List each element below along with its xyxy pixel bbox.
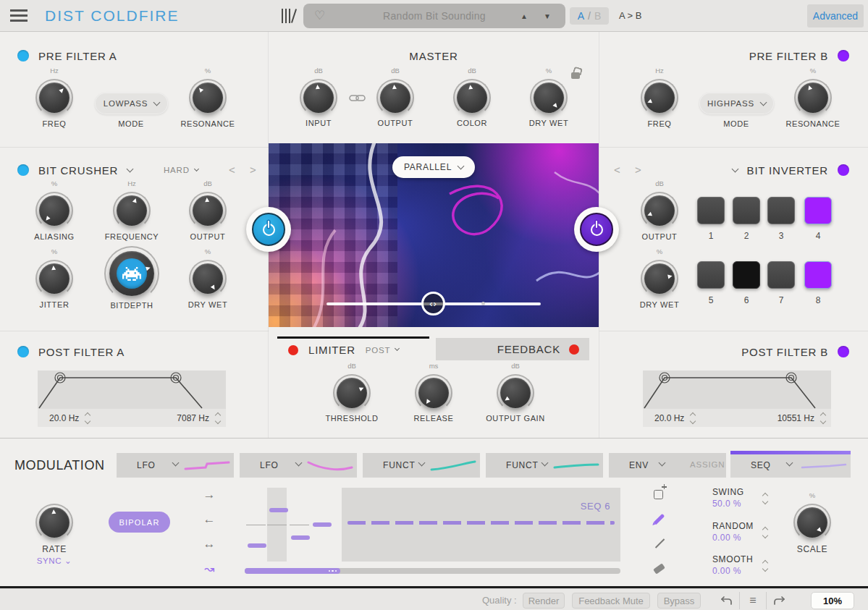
feedback-mute-button[interactable]: Feedback Mute — [572, 593, 650, 609]
seq-length-bar[interactable] — [245, 568, 620, 574]
feedback-tab[interactable]: FEEDBACK — [436, 338, 589, 360]
high-freq-stepper[interactable] — [821, 413, 825, 423]
play-pingpong-arrow-icon[interactable]: ↔ — [200, 537, 219, 551]
post-filter-a-graph[interactable] — [38, 370, 226, 409]
bit-inverter-select-icon[interactable] — [731, 165, 738, 172]
ab-a-label[interactable]: A — [578, 10, 584, 22]
bit-pad-1[interactable] — [697, 197, 725, 224]
tab-seq[interactable]: SEQ — [730, 453, 851, 478]
bit-pad-5[interactable] — [697, 261, 725, 289]
history-menu-icon[interactable]: ≡ — [739, 592, 766, 609]
pre-filter-b-enable-light[interactable] — [838, 50, 849, 62]
preset-prev-icon[interactable]: ▲ — [521, 12, 528, 20]
random-stepper[interactable] — [763, 528, 767, 538]
seq-step-bar[interactable] — [248, 543, 266, 548]
limiter-tab[interactable]: LIMITER POST — [288, 344, 399, 356]
rate-sync-dropdown[interactable]: SYNC ⌄ — [14, 556, 94, 566]
limiter-enable-light[interactable] — [288, 345, 298, 355]
bit-inverter-prev-next-buttons[interactable]: < > — [614, 164, 647, 176]
high-freq-stepper[interactable] — [216, 413, 220, 423]
zoom-level-button[interactable]: 10% — [811, 592, 854, 609]
inverter-output-knob[interactable] — [641, 192, 678, 229]
low-freq-stepper[interactable] — [691, 413, 695, 423]
tab-funct1[interactable]: FUNCT — [363, 453, 480, 478]
seq-pattern-panel[interactable]: SEQ 6 — [342, 488, 620, 562]
tab-lfo1[interactable]: LFO — [117, 453, 234, 478]
tab-env[interactable]: ENV ASSIGN — [609, 453, 726, 478]
output-gain-knob[interactable] — [497, 374, 534, 412]
seq-step-bar[interactable] — [313, 522, 332, 527]
play-backward-arrow-icon[interactable]: ← — [200, 512, 219, 527]
seq-eraser-tool[interactable] — [652, 560, 668, 576]
env-assign-label[interactable]: ASSIGN — [690, 460, 725, 469]
play-forward-arrow-icon[interactable]: → — [200, 488, 219, 502]
post-filter-b-enable-light[interactable] — [838, 346, 849, 357]
undo-icon[interactable] — [712, 592, 739, 609]
master-color-knob[interactable] — [453, 79, 491, 117]
seq-step-editor[interactable] — [245, 488, 337, 562]
swing-value[interactable]: 50.0 % — [712, 499, 741, 509]
pre-filter-a-mode-dropdown[interactable]: LOWPASS — [95, 93, 168, 114]
bit-crusher-prev-next-buttons[interactable]: < > — [229, 164, 262, 176]
bit-pad-2[interactable] — [733, 197, 760, 224]
bit-pad-3[interactable] — [767, 197, 795, 224]
ab-mix-slider-handle[interactable]: ‹› — [421, 292, 445, 315]
seq-step-bar[interactable] — [291, 535, 310, 540]
crusher-frequency-knob[interactable] — [113, 192, 151, 229]
feedback-enable-light[interactable] — [569, 344, 579, 355]
seq-line-tool[interactable] — [652, 535, 668, 551]
pre-filter-b-mode-dropdown[interactable]: HIGHPASS — [699, 93, 774, 114]
smooth-stepper[interactable] — [763, 561, 767, 571]
master-input-knob[interactable] — [300, 79, 337, 117]
swing-stepper[interactable] — [763, 493, 767, 504]
mod-rate-knob[interactable] — [35, 504, 73, 541]
pre-filter-a-resonance-knob[interactable] — [189, 79, 227, 117]
inverter-drywet-knob[interactable] — [641, 260, 678, 297]
bypass-button[interactable]: Bypass — [657, 593, 701, 609]
ab-toggle[interactable]: A / B — [570, 7, 609, 25]
master-output-knob[interactable] — [376, 79, 414, 117]
play-random-arrow-icon[interactable]: ↝ — [200, 562, 219, 577]
smooth-value[interactable]: 0.00 % — [712, 566, 741, 576]
mod-scale-knob[interactable] — [793, 504, 831, 541]
bit-pad-8[interactable] — [804, 261, 832, 289]
preset-library-icon[interactable] — [280, 8, 299, 24]
post-filter-b-graph[interactable] — [643, 370, 831, 409]
post-filter-a-low-value[interactable]: 20.0 Hz — [49, 413, 79, 423]
aliasing-knob[interactable] — [35, 192, 73, 229]
render-button[interactable]: Render — [523, 593, 565, 609]
bit-crusher-enable-light[interactable] — [17, 164, 29, 176]
master-drywet-knob[interactable] — [530, 79, 568, 117]
bit-pad-6[interactable] — [733, 261, 760, 289]
bit-pad-4[interactable] — [804, 197, 832, 224]
tab-funct2[interactable]: FUNCT — [486, 453, 603, 478]
seq-length-fill[interactable] — [245, 568, 340, 574]
preset-next-icon[interactable]: ▼ — [544, 12, 551, 20]
seq-pencil-tool[interactable] — [652, 511, 668, 527]
bit-pad-7[interactable] — [767, 261, 795, 289]
redo-icon[interactable] — [766, 592, 793, 609]
ab-b-label[interactable]: B — [594, 10, 601, 22]
crusher-drywet-knob[interactable] — [189, 260, 227, 297]
post-filter-b-low-value[interactable]: 20.0 Hz — [654, 413, 684, 423]
pre-filter-b-resonance-knob[interactable] — [794, 79, 832, 117]
jitter-knob[interactable] — [35, 260, 73, 297]
seq-step-bar[interactable] — [269, 508, 288, 512]
preset-browser[interactable]: ♡ Random Bit Sounding ▲ ▼ — [303, 4, 565, 28]
random-value[interactable]: 0.00 % — [712, 533, 741, 543]
post-filter-b-high-value[interactable]: 10551 Hz — [778, 413, 814, 423]
post-filter-a-high-value[interactable]: 7087 Hz — [177, 413, 209, 423]
tab-lfo2[interactable]: LFO — [240, 453, 357, 478]
pre-filter-a-enable-light[interactable] — [17, 50, 29, 62]
main-menu-icon[interactable] — [10, 9, 28, 22]
favorite-heart-icon[interactable]: ♡ — [314, 8, 325, 23]
bipolar-toggle[interactable]: BIPOLAR — [109, 512, 170, 533]
pre-filter-b-freq-knob[interactable] — [641, 79, 678, 117]
crusher-output-knob[interactable] — [189, 192, 227, 229]
limiter-position-dropdown[interactable]: POST — [366, 346, 400, 355]
bit-crusher-select-icon[interactable] — [127, 165, 134, 172]
release-knob[interactable] — [415, 374, 452, 412]
threshold-knob[interactable] — [333, 374, 371, 412]
routing-dropdown[interactable]: PARALLEL — [392, 156, 475, 178]
drywet-lock-icon[interactable] — [571, 72, 580, 79]
